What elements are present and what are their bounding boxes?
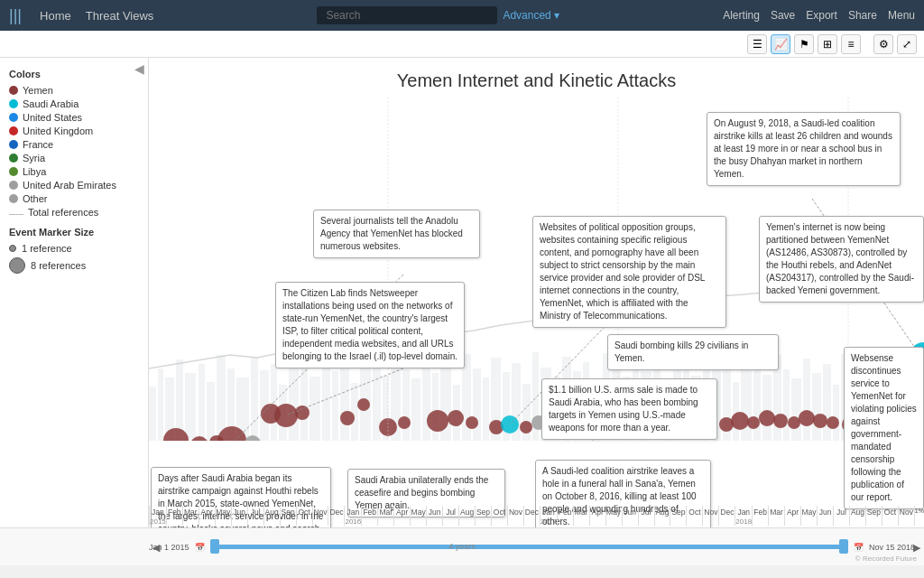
legend-color-yemen xyxy=(9,86,18,95)
grid-view-button[interactable]: ⊞ xyxy=(818,34,837,54)
event-dot[interactable] xyxy=(520,421,532,434)
event-dot[interactable] xyxy=(466,416,478,429)
legend-line-total xyxy=(9,214,23,215)
nav-home[interactable]: Home xyxy=(40,9,71,23)
timeline-slider-bar: Jan 1 2015 📅 📅 Nov 15 2018 4 years © Rec… xyxy=(0,527,924,565)
event-dot[interactable] xyxy=(295,406,310,420)
legend-item-saudi: Saudi Arabia xyxy=(9,98,139,109)
nav-save[interactable]: Save xyxy=(771,9,795,22)
legend-item-uk: United Kingdom xyxy=(9,126,139,136)
tooltip-saudi-bombing-29: Saudi bombing kills 29 civilians in Yeme… xyxy=(607,334,779,370)
legend-color-uae xyxy=(9,181,18,190)
legend-color-saudi xyxy=(9,99,18,108)
svg-rect-65 xyxy=(803,359,810,441)
chart-title: Yemen Internet and Kinetic Attacks xyxy=(149,58,924,97)
search-bar: Advanced ▾ xyxy=(168,6,708,24)
svg-rect-66 xyxy=(812,373,821,441)
calendar-icon-end[interactable]: 📅 xyxy=(854,543,864,552)
timeline-thumb-start[interactable] xyxy=(210,539,219,554)
map-view-button[interactable]: ⚑ xyxy=(794,34,814,54)
table-view-button[interactable]: ☰ xyxy=(747,34,767,54)
legend-label-uk: United Kingdom xyxy=(23,126,93,136)
settings-button[interactable]: ⚙ xyxy=(873,34,893,54)
svg-rect-10 xyxy=(251,358,258,441)
tooltip-websense: Websense discontinues service to YemenNe… xyxy=(844,347,924,509)
nav-share[interactable]: Share xyxy=(848,9,877,22)
colors-legend-title: Colors xyxy=(9,69,139,79)
tooltip-citizen-lab: The Citizen Lab finds Netsweeper install… xyxy=(275,282,465,368)
marker-size-label-1: 1 reference xyxy=(22,243,72,254)
svg-rect-1 xyxy=(158,368,163,441)
legend-sidebar: ◀ Colors Yemen Saudi Arabia United State… xyxy=(0,58,149,527)
legend-item-libya: Libya xyxy=(9,166,139,177)
svg-rect-33 xyxy=(483,378,489,441)
event-dot[interactable] xyxy=(731,412,749,430)
legend-label-us: United States xyxy=(23,112,82,123)
svg-rect-67 xyxy=(823,364,831,441)
event-dot[interactable] xyxy=(427,410,448,432)
main-content: ◀ Colors Yemen Saudi Arabia United State… xyxy=(0,58,924,527)
event-dot[interactable] xyxy=(747,416,760,429)
event-dot[interactable] xyxy=(788,416,800,429)
timeline-prev-button[interactable]: ◀ xyxy=(149,541,163,553)
event-dot[interactable] xyxy=(773,414,788,428)
legend-label-yemen: Yemen xyxy=(23,85,53,96)
svg-rect-32 xyxy=(473,368,481,441)
view-toolbar: ☰ 📈 ⚑ ⊞ ≡ ⚙ ⤢ xyxy=(0,31,924,58)
timeline-fill xyxy=(210,545,848,549)
event-dot[interactable] xyxy=(357,398,370,411)
svg-rect-15 xyxy=(300,368,308,441)
event-dot[interactable] xyxy=(448,410,464,426)
legend-item-us: United States xyxy=(9,112,139,123)
svg-rect-64 xyxy=(791,378,801,441)
timeline-track[interactable] xyxy=(210,545,848,549)
collapse-sidebar-button[interactable]: ◀ xyxy=(134,61,144,76)
calendar-icon-start[interactable]: 📅 xyxy=(195,543,205,552)
svg-rect-25 xyxy=(402,369,410,441)
svg-rect-20 xyxy=(351,383,358,441)
tooltip-opposition-websites: Websites of political opposition groups,… xyxy=(532,216,726,328)
timeline-thumb-end[interactable] xyxy=(839,539,848,554)
expand-button[interactable]: ⤢ xyxy=(897,34,917,54)
legend-color-other xyxy=(9,194,18,203)
svg-rect-60 xyxy=(753,366,761,441)
list-view-button[interactable]: ≡ xyxy=(841,34,861,54)
tooltip-journalists: Several journalists tell the Anadolu Age… xyxy=(313,210,480,258)
event-dot[interactable] xyxy=(799,410,815,426)
app-logo: ||| xyxy=(9,6,22,25)
event-dot[interactable] xyxy=(759,410,775,426)
legend-item-syria: Syria xyxy=(9,153,139,163)
legend-color-france xyxy=(9,140,18,149)
nav-threat-views[interactable]: Threat Views xyxy=(86,9,154,23)
search-input[interactable] xyxy=(317,6,497,24)
event-dot[interactable] xyxy=(340,411,355,425)
event-dot[interactable] xyxy=(813,414,827,428)
legend-item-france: France xyxy=(9,139,139,150)
event-dot[interactable] xyxy=(398,416,411,429)
legend-item-yemen: Yemen xyxy=(9,85,139,96)
timeline-next-button[interactable]: ▶ xyxy=(910,541,924,553)
nav-alerting[interactable]: Alerting xyxy=(723,9,760,22)
marker-size-dot-large xyxy=(9,257,25,274)
svg-rect-26 xyxy=(411,378,420,441)
chart-view-button[interactable]: 📈 xyxy=(771,34,790,54)
top-navigation: ||| Home Threat Views Advanced ▾ Alertin… xyxy=(0,0,924,31)
legend-label-total: Total references xyxy=(28,207,98,218)
marker-size-title: Event Marker Size xyxy=(9,227,139,238)
tooltip-saudi-airstrike-2018: On August 9, 2018, a Saudi-led coalition… xyxy=(707,112,901,186)
svg-rect-18 xyxy=(332,371,338,441)
x-axis-labels: Jan2015 Feb Mar Apr May Jun Jul Aug Sep … xyxy=(149,506,924,527)
svg-rect-4 xyxy=(185,373,196,441)
advanced-search[interactable]: Advanced ▾ xyxy=(503,9,559,22)
legend-color-uk xyxy=(9,126,18,135)
svg-rect-63 xyxy=(783,369,790,441)
svg-rect-27 xyxy=(422,359,430,441)
legend-color-libya xyxy=(9,167,18,176)
timeline-duration: 4 years xyxy=(448,542,476,551)
legend-color-syria xyxy=(9,154,18,163)
legend-label-libya: Libya xyxy=(23,166,46,177)
nav-menu[interactable]: Menu xyxy=(888,9,915,22)
nav-export[interactable]: Export xyxy=(806,9,837,22)
legend-label-saudi: Saudi Arabia xyxy=(23,98,79,109)
event-dot[interactable] xyxy=(827,416,839,429)
